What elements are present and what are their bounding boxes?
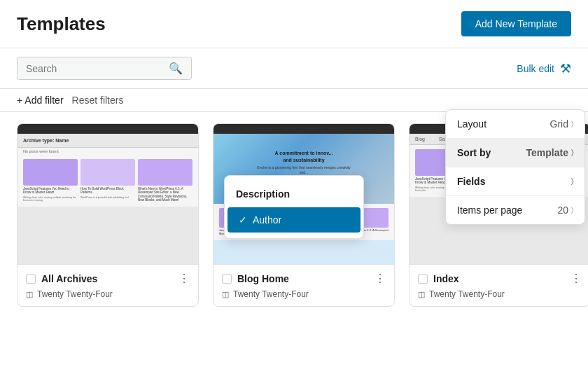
author-field-item[interactable]: ✓ Author xyxy=(227,207,360,233)
sort-label: Sort by xyxy=(457,147,491,158)
add-filter-button[interactable]: + Add filter xyxy=(17,95,64,106)
check-icon: ✓ xyxy=(239,214,247,226)
view-options-dropdown: Layout Grid 〉 Sort by Template 〉 Fields … xyxy=(445,109,585,225)
items-per-page-label: Items per page xyxy=(457,205,522,216)
author-label: Author xyxy=(253,214,281,226)
layout-value: Grid xyxy=(550,118,568,130)
card-checkbox-name: Blog Home xyxy=(222,273,289,284)
card-bottom: Blog Home ⋮ ◫ Twenty Twenty-Four xyxy=(214,264,394,306)
items-per-page-option[interactable]: Items per page 20 〉 xyxy=(446,196,584,224)
fields-label: Fields xyxy=(457,176,485,187)
bulk-edit-row: Bulk edit ⚒ xyxy=(517,61,571,76)
card-checkbox[interactable] xyxy=(26,274,36,284)
content-area: Archive type: Name No posts were found. … xyxy=(0,112,588,318)
card-menu-icon[interactable]: ⋮ xyxy=(570,272,582,285)
theme-icon: ◫ xyxy=(26,290,33,299)
card-bottom: Index ⋮ ◫ Twenty Twenty-Four xyxy=(410,264,588,306)
card-name: Index xyxy=(433,273,459,284)
chevron-right-icon: 〉 xyxy=(571,206,573,214)
layout-label: Layout xyxy=(457,118,486,130)
reset-filters-button[interactable]: Reset filters xyxy=(72,95,124,106)
search-box[interactable]: 🔍 xyxy=(17,57,192,80)
fields-submenu: Description ✓ Author xyxy=(224,175,364,239)
layout-value-row: Grid 〉 xyxy=(550,118,573,130)
template-card: Archive type: Name No posts were found. … xyxy=(17,123,199,307)
card-menu-icon[interactable]: ⋮ xyxy=(178,272,190,285)
chevron-right-icon: 〉 xyxy=(571,148,573,157)
card-theme-row: ◫ Twenty Twenty-Four xyxy=(418,289,582,299)
bulk-edit-button[interactable]: Bulk edit xyxy=(517,63,554,74)
items-per-page-value-row: 20 〉 xyxy=(557,205,573,216)
search-input[interactable] xyxy=(26,63,169,74)
card-name-row: Index ⋮ xyxy=(418,272,582,285)
card-name-row: All Archives ⋮ xyxy=(26,272,190,285)
sort-value: Template xyxy=(526,147,568,158)
chevron-right-icon: 〉 xyxy=(571,120,573,128)
add-new-template-button[interactable]: Add New Template xyxy=(461,11,571,36)
card-theme: Twenty Twenty-Four xyxy=(37,289,113,299)
card-theme-row: ◫ Twenty Twenty-Four xyxy=(26,289,190,299)
theme-icon: ◫ xyxy=(222,290,229,299)
toolbar: 🔍 Bulk edit ⚒ xyxy=(0,48,588,89)
card-bottom: All Archives ⋮ ◫ Twenty Twenty-Four xyxy=(18,264,198,306)
description-popup-title: Description xyxy=(225,181,363,207)
page-title: Templates xyxy=(17,13,106,35)
filters-icon[interactable]: ⚒ xyxy=(560,61,571,76)
card-theme-row: ◫ Twenty Twenty-Four xyxy=(222,289,386,299)
theme-icon: ◫ xyxy=(418,290,425,299)
card-checkbox[interactable] xyxy=(418,274,428,284)
card-theme: Twenty Twenty-Four xyxy=(429,289,505,299)
fields-option[interactable]: Fields 〉 xyxy=(446,167,584,196)
card-menu-icon[interactable]: ⋮ xyxy=(374,272,386,285)
card-checkbox[interactable] xyxy=(222,274,232,284)
card-name: Blog Home xyxy=(237,273,289,284)
page-header: Templates Add New Template xyxy=(0,0,588,48)
items-per-page-value: 20 xyxy=(557,205,568,216)
chevron-right-icon: 〉 xyxy=(571,177,573,186)
card-name: All Archives xyxy=(41,273,97,284)
sort-by-option[interactable]: Sort by Template 〉 xyxy=(446,139,584,167)
layout-option[interactable]: Layout Grid 〉 xyxy=(446,110,584,139)
card-preview: Archive type: Name No posts were found. … xyxy=(18,124,198,264)
card-checkbox-name: All Archives xyxy=(26,273,97,284)
sort-value-row: Template 〉 xyxy=(526,147,573,158)
card-name-row: Blog Home ⋮ xyxy=(222,272,386,285)
card-checkbox-name: Index xyxy=(418,273,459,284)
card-theme: Twenty Twenty-Four xyxy=(233,289,309,299)
search-icon: 🔍 xyxy=(169,62,183,75)
